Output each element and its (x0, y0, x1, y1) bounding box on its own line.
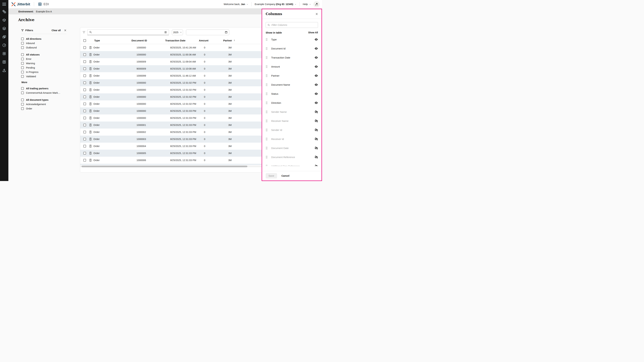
visibility-eye-icon[interactable] (314, 74, 318, 77)
row-checkbox[interactable] (83, 117, 86, 119)
close-filters-icon[interactable] (64, 29, 66, 31)
drag-handle-icon[interactable] (266, 38, 268, 41)
filter-option[interactable]: Outbound (21, 45, 66, 50)
filter-checkbox[interactable] (21, 42, 24, 44)
visibility-eye-icon[interactable] (314, 47, 318, 50)
column-item[interactable]: Document Date (266, 143, 318, 152)
filter-checkbox[interactable] (21, 53, 24, 56)
drag-handle-icon[interactable] (266, 156, 268, 159)
more-filters-link[interactable]: More (22, 81, 66, 84)
row-checkbox[interactable] (83, 145, 86, 147)
year-select[interactable]: 2025 (172, 29, 183, 35)
column-item[interactable]: Partner (266, 71, 318, 80)
drag-handle-icon[interactable] (266, 65, 268, 68)
copy-add-icon[interactable] (0, 33, 8, 40)
row-checkbox[interactable] (83, 110, 86, 112)
filter-option[interactable]: Inbound (21, 41, 66, 45)
filter-checkbox[interactable] (21, 107, 24, 110)
row-checkbox[interactable] (83, 46, 86, 49)
column-item[interactable]: Amount (266, 62, 318, 71)
column-item[interactable]: Sender Name (266, 107, 318, 116)
drag-handle-icon[interactable] (266, 56, 268, 59)
row-checkbox[interactable] (83, 103, 86, 105)
filter-option[interactable]: In Progress (21, 70, 66, 74)
visibility-eye-icon[interactable] (314, 83, 318, 86)
filter-checkbox[interactable] (21, 103, 24, 106)
visibility-eye-icon[interactable] (314, 101, 318, 105)
row-checkbox[interactable] (83, 131, 86, 133)
filter-columns-input[interactable] (272, 24, 316, 26)
row-checkbox[interactable] (83, 53, 86, 56)
user-menu[interactable]: Welcome back, Jan (224, 3, 248, 5)
row-checkbox[interactable] (83, 138, 86, 140)
edi-clover-icon[interactable] (0, 50, 8, 57)
drag-handle-icon[interactable] (266, 101, 268, 104)
date-input[interactable] (188, 31, 225, 34)
visibility-eye-off-icon[interactable] (314, 137, 318, 141)
row-checkbox[interactable] (83, 95, 86, 98)
visibility-eye-icon[interactable] (314, 38, 318, 41)
drag-handle-icon[interactable] (266, 128, 268, 132)
visibility-eye-off-icon[interactable] (314, 110, 318, 114)
row-checkbox[interactable] (83, 88, 86, 91)
filter-checkbox[interactable] (21, 37, 24, 40)
download-icon[interactable] (0, 67, 8, 74)
row-checkbox[interactable] (83, 81, 86, 84)
row-checkbox[interactable] (83, 152, 86, 155)
table-search-input[interactable] (93, 31, 163, 33)
drag-handle-icon[interactable] (266, 83, 268, 86)
column-item[interactable]: Status (266, 89, 318, 98)
column-item[interactable]: Document Reference (266, 152, 318, 162)
visibility-eye-off-icon[interactable] (314, 155, 318, 159)
close-columns-panel-icon[interactable] (316, 13, 318, 15)
visibility-eye-off-icon[interactable] (314, 164, 318, 166)
drag-handle-icon[interactable] (266, 47, 268, 50)
column-header-amount[interactable]: Amount (199, 39, 223, 42)
filter-option[interactable]: Acknowledgement (21, 102, 66, 106)
filter-checkbox[interactable] (21, 87, 24, 90)
row-checkbox[interactable] (83, 67, 86, 70)
menu-icon[interactable] (0, 1, 8, 7)
filter-checkbox[interactable] (21, 66, 24, 69)
org-menu[interactable]: Example Company (Org ID: 12345) (254, 3, 296, 5)
filter-option[interactable]: CommerceHub Amazon Mark… (21, 91, 66, 95)
visibility-eye-icon[interactable] (314, 65, 318, 68)
filter-option[interactable]: Error (21, 57, 66, 61)
settings-gears-icon[interactable] (0, 8, 8, 15)
horizontal-scrollbar-thumb[interactable] (82, 166, 247, 167)
column-item[interactable]: Additional Doc Reference (266, 162, 318, 166)
visibility-eye-off-icon[interactable] (314, 128, 318, 132)
visibility-eye-icon[interactable] (314, 92, 318, 95)
column-item[interactable]: Document Name (266, 80, 318, 89)
column-header-type[interactable]: Type (89, 39, 132, 42)
advanced-search-tune-icon[interactable] (164, 31, 167, 34)
drag-handle-icon[interactable] (266, 119, 268, 122)
visibility-eye-icon[interactable] (314, 56, 318, 59)
drag-handle-icon[interactable] (266, 165, 268, 166)
drag-handle-icon[interactable] (266, 137, 268, 141)
calendar-icon[interactable] (225, 31, 228, 34)
gauge-icon[interactable] (0, 42, 8, 49)
jitterbit-logo[interactable]: Jitterbit (11, 2, 30, 6)
filter-option[interactable]: Order (21, 106, 66, 111)
visibility-eye-off-icon[interactable] (314, 119, 318, 123)
cancel-button[interactable]: Cancel (282, 174, 290, 177)
column-item[interactable]: Document Id (266, 44, 318, 53)
filter-checkbox[interactable] (21, 71, 24, 73)
filter-checkbox[interactable] (21, 91, 24, 94)
column-item[interactable]: Transaction Date (266, 53, 318, 62)
row-checkbox[interactable] (83, 124, 86, 126)
filter-option[interactable]: All directions (21, 37, 66, 41)
filter-checkbox[interactable] (21, 46, 24, 49)
row-checkbox[interactable] (83, 159, 86, 162)
select-all-checkbox[interactable] (83, 39, 86, 42)
ai-assistant-button[interactable] (314, 1, 320, 7)
filter-option[interactable]: Warning (21, 61, 66, 65)
table-filter-funnel-icon[interactable] (82, 31, 85, 34)
filter-checkbox[interactable] (21, 98, 24, 101)
filter-checkbox[interactable] (21, 62, 24, 65)
cube-icon[interactable] (0, 17, 8, 23)
clear-all-button[interactable]: Clear all (52, 29, 61, 32)
filter-option[interactable]: All statuses (21, 52, 66, 57)
visibility-eye-off-icon[interactable] (314, 146, 318, 150)
